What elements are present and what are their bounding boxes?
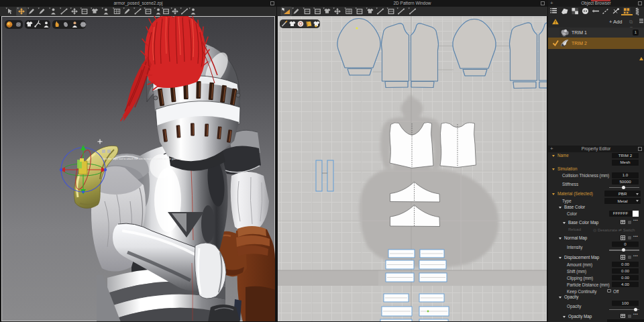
svg-text:Use the Tape tool to attach th: Use the Tape tool to attach the trim to … [103,157,182,160]
